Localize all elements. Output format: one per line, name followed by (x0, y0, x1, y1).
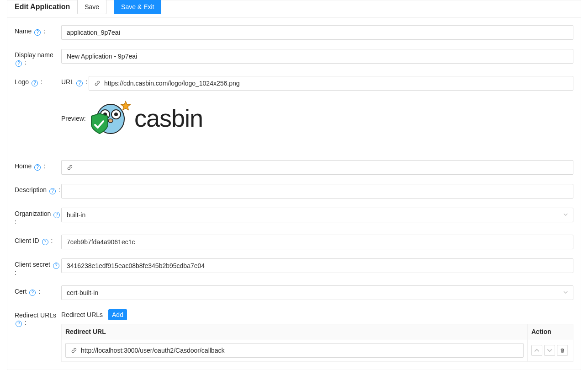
display-name-label: Display name (15, 51, 53, 59)
logo-preview: casbin (89, 99, 241, 137)
organization-label: Organization (15, 210, 51, 217)
svg-point-5 (108, 119, 113, 123)
cert-value: cert-built-in (67, 289, 98, 296)
chevron-down-icon (563, 210, 568, 220)
description-input[interactable] (61, 184, 573, 199)
description-label: Description (15, 186, 47, 193)
help-icon[interactable] (16, 60, 22, 67)
logo-url-input-wrapper[interactable] (89, 76, 573, 91)
client-secret-input[interactable] (61, 258, 573, 273)
save-button[interactable]: Save (77, 0, 106, 14)
svg-point-4 (114, 113, 118, 116)
name-input[interactable] (61, 25, 573, 40)
help-icon[interactable] (49, 188, 56, 194)
client-secret-label: Client secret (15, 261, 50, 268)
redirect-urls-table: Redirect URL Action (61, 324, 573, 362)
redirect-urls-table-title: Redirect URLs (61, 311, 103, 318)
table-row (62, 339, 573, 362)
redirect-url-column-header: Redirect URL (62, 324, 527, 339)
client-id-input[interactable] (61, 235, 573, 249)
redirect-url-input-wrapper[interactable] (65, 343, 524, 358)
redirect-url-input[interactable] (81, 345, 518, 355)
help-icon[interactable] (29, 290, 36, 296)
logo-url-label: URL (61, 78, 74, 86)
display-name-input[interactable] (61, 49, 573, 64)
help-icon[interactable] (32, 80, 38, 86)
help-icon[interactable] (34, 29, 41, 36)
home-input[interactable] (77, 162, 568, 172)
name-label: Name (15, 27, 32, 35)
logo-url-input[interactable] (104, 78, 568, 88)
organization-select[interactable]: built-in (61, 208, 573, 222)
home-label: Home (15, 162, 32, 170)
action-column-header: Action (527, 324, 573, 339)
help-icon[interactable] (53, 212, 60, 218)
help-icon[interactable] (76, 80, 83, 86)
link-icon (67, 164, 73, 171)
cert-select[interactable]: cert-built-in (61, 285, 573, 300)
logo-label: Logo (15, 78, 29, 86)
delete-button[interactable] (557, 345, 568, 356)
logo-preview-label: Preview: (61, 115, 86, 122)
move-down-button[interactable] (544, 345, 555, 356)
page-title: Edit Application (15, 3, 70, 11)
help-icon[interactable] (42, 239, 48, 245)
chevron-down-icon (563, 288, 568, 298)
link-icon (94, 80, 101, 86)
help-icon[interactable] (53, 263, 59, 269)
redirect-urls-label: Redirect URLs (15, 312, 56, 319)
move-up-button[interactable] (531, 345, 542, 356)
home-input-wrapper[interactable] (61, 160, 573, 175)
add-redirect-url-button[interactable]: Add (108, 309, 127, 320)
organization-value: built-in (67, 211, 85, 219)
logo-text: casbin (134, 104, 203, 132)
help-icon[interactable] (34, 164, 41, 171)
help-icon[interactable] (16, 321, 22, 327)
link-icon (71, 347, 77, 354)
star-icon (120, 100, 132, 112)
client-id-label: Client ID (15, 237, 39, 244)
save-exit-button[interactable]: Save & Exit (114, 0, 161, 14)
cert-label: Cert (15, 288, 26, 295)
